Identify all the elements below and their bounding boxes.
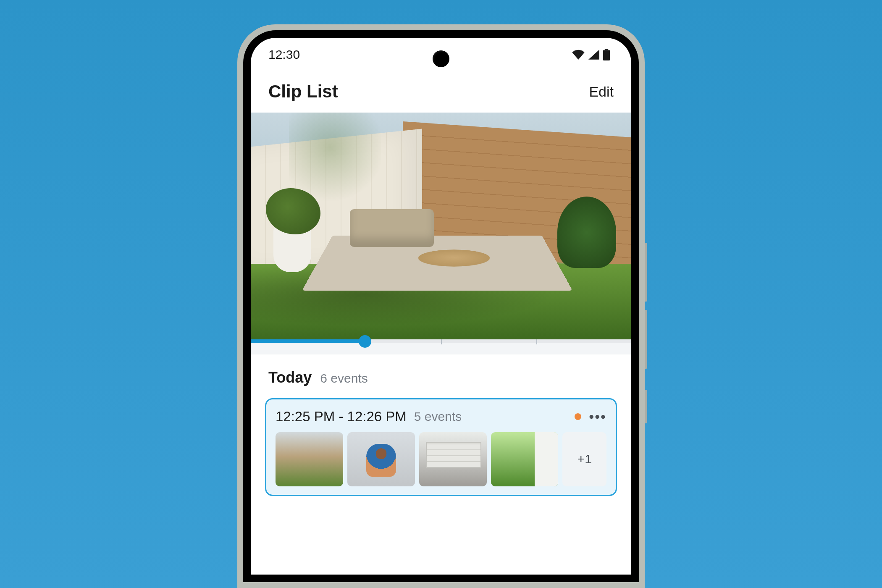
status-dot-icon [575, 413, 581, 420]
edit-button[interactable]: Edit [589, 84, 614, 100]
section-header: Today 6 events [251, 354, 631, 394]
wifi-icon [572, 50, 585, 60]
page-title: Clip List [268, 81, 338, 102]
app-header: Clip List Edit [251, 71, 631, 113]
cellular-icon [588, 50, 599, 60]
clip-thumbnail[interactable] [347, 432, 415, 486]
section-event-count: 6 events [320, 371, 368, 386]
timeline-scrubber[interactable] [251, 339, 631, 354]
battery-icon [603, 49, 610, 60]
clip-thumbnail[interactable] [491, 432, 559, 486]
clip-thumbnail[interactable] [419, 432, 487, 486]
clip-thumbnail-overflow[interactable]: +1 [562, 432, 606, 486]
phone-frame: 12:30 Clip List Edit [237, 24, 645, 588]
section-title: Today [268, 369, 312, 386]
clip-time-range: 12:25 PM - 12:26 PM [276, 409, 407, 425]
clip-event-count: 5 events [414, 410, 462, 424]
volume-up-button [645, 243, 647, 302]
front-camera-hole [433, 50, 449, 67]
screen: 12:30 Clip List Edit [251, 38, 631, 575]
svg-rect-0 [605, 49, 608, 50]
svg-rect-1 [603, 50, 610, 61]
status-time: 12:30 [268, 47, 300, 62]
power-button [645, 390, 647, 423]
clip-thumbnail-row: +1 [276, 432, 606, 486]
clip-group-card[interactable]: 12:25 PM - 12:26 PM 5 events ••• +1 [265, 398, 617, 496]
clip-preview[interactable] [251, 113, 631, 339]
scrubber-thumb[interactable] [359, 335, 371, 348]
volume-down-button [645, 310, 647, 369]
clip-thumbnail[interactable] [276, 432, 343, 486]
